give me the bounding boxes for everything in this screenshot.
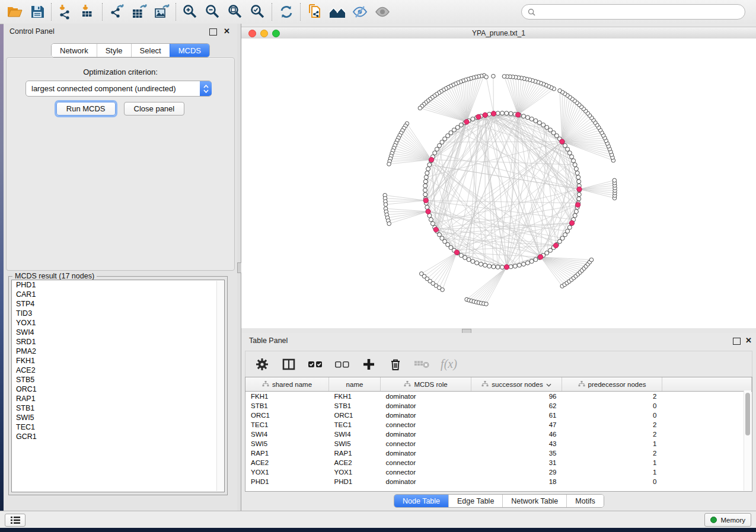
table-panel-title: Table Panel <box>249 336 288 345</box>
column-header-empty[interactable] <box>662 377 752 392</box>
mcds-result-item[interactable]: GCR1 <box>12 432 224 441</box>
mcds-result-item[interactable]: CAR1 <box>12 290 224 299</box>
memory-status-icon <box>710 517 717 523</box>
show-all-icon[interactable] <box>371 2 394 21</box>
mcds-result-item[interactable]: ORC1 <box>12 384 224 394</box>
criterion-dropdown[interactable]: largest connected component (undirected) <box>25 81 212 97</box>
tab-network[interactable]: Network <box>52 44 97 57</box>
zoom-selected-icon[interactable] <box>247 2 269 21</box>
mcds-result-item[interactable]: PHD1 <box>12 280 224 290</box>
network-graph[interactable] <box>241 39 756 328</box>
save-session-icon[interactable] <box>26 2 49 21</box>
add-column-icon[interactable] <box>361 356 377 373</box>
tab-edge-table[interactable]: Edge Table <box>448 495 502 507</box>
tab-node-table[interactable]: Node Table <box>394 495 448 507</box>
mcds-result-item[interactable]: RAP1 <box>12 394 224 403</box>
mcds-result-item[interactable]: ACE2 <box>12 366 224 375</box>
tab-network-table[interactable]: Network Table <box>502 495 566 507</box>
result-list-scrollbar[interactable] <box>216 281 224 491</box>
table-row[interactable]: SWI4 SWI4 dominator 46 2 <box>245 430 752 439</box>
table-row[interactable]: SWI5 SWI5 connector 43 1 <box>245 439 752 448</box>
refresh-layout-icon[interactable] <box>275 2 298 21</box>
mcds-result-item[interactable]: FKH1 <box>12 356 224 366</box>
table-panel-titlebar: Table Panel ✕ <box>241 333 756 348</box>
close-panel-button[interactable]: Close panel <box>124 102 185 116</box>
toolbar-separator <box>51 3 52 21</box>
column-header-name[interactable]: name <box>329 377 381 392</box>
control-panel-tabs: NetworkStyleSelectMCDS <box>51 43 210 57</box>
select-all-rows-icon[interactable] <box>307 356 324 373</box>
mcds-result-item[interactable]: STB5 <box>12 375 224 384</box>
run-mcds-button[interactable]: Run MCDS <box>56 102 116 116</box>
import-table-icon[interactable] <box>77 2 100 21</box>
new-network-from-selection-icon[interactable] <box>304 2 326 21</box>
network-window-titlebar[interactable]: YPA_prune.txt_1 <box>241 27 756 39</box>
mcds-tab-content: Optimization criterion: largest connecte… <box>6 57 235 271</box>
search-box[interactable] <box>521 4 745 20</box>
table-scrollbar[interactable] <box>744 390 751 491</box>
toolbar-separator <box>300 3 301 21</box>
task-history-button[interactable] <box>5 514 25 527</box>
column-header-shared-name[interactable]: shared name <box>245 377 329 392</box>
zoom-fit-icon[interactable] <box>224 2 247 21</box>
table-row[interactable]: YOX1 YOX1 connector 29 1 <box>245 467 752 477</box>
column-header-successor-nodes[interactable]: successor nodes <box>471 377 562 392</box>
vertical-splitter[interactable] <box>237 24 241 511</box>
column-header-MCDS-role[interactable]: MCDS role <box>381 377 471 392</box>
table-row[interactable]: STB1 STB1 dominator 62 0 <box>245 401 752 411</box>
list-icon <box>11 517 20 524</box>
memory-button[interactable]: Memory <box>704 513 751 527</box>
criterion-dropdown-value: largest connected component (undirected) <box>26 84 200 93</box>
delete-column-icon[interactable] <box>387 356 404 373</box>
split-panel-icon[interactable] <box>280 356 297 373</box>
deselect-all-rows-icon[interactable] <box>334 356 350 373</box>
open-file-icon[interactable] <box>4 2 26 21</box>
cytoscape-app: { "toolbar": { "icons": [ {"name":"open-… <box>0 0 756 532</box>
table-row[interactable]: RAP1 RAP1 dominator 35 2 <box>245 448 752 458</box>
import-network-icon[interactable] <box>55 2 77 21</box>
table-scrollbar-thumb[interactable] <box>745 393 750 435</box>
export-table-icon[interactable] <box>128 2 151 21</box>
mcds-result-item[interactable]: SWI5 <box>12 413 224 422</box>
close-panel-icon[interactable]: ✕ <box>224 27 230 36</box>
table-panel: Table Panel ✕ f(x) shared namenameMCDS r… <box>241 333 756 511</box>
mcds-result-item[interactable]: SWI4 <box>12 328 224 337</box>
tab-select[interactable]: Select <box>131 44 170 57</box>
mcds-result-item[interactable]: TID3 <box>12 309 224 318</box>
mcds-result-item[interactable]: SRD1 <box>12 337 224 347</box>
hide-selected-icon[interactable] <box>349 2 371 21</box>
mcds-result-item[interactable]: TEC1 <box>12 422 224 432</box>
mcds-result-item[interactable]: STB1 <box>12 403 224 413</box>
control-panel-title: Control Panel <box>9 27 55 36</box>
mcds-result-title: MCDS result (17 nodes) <box>12 272 97 280</box>
export-network-icon[interactable] <box>106 2 128 21</box>
table-row[interactable]: FKH1 FKH1 dominator 96 2 <box>245 392 752 402</box>
mcds-result-list[interactable]: PHD1CAR1STP4TID3YOX1SWI4SRD1PMA2FKH1ACE2… <box>11 280 225 492</box>
export-image-icon[interactable] <box>151 2 173 21</box>
float-panel-icon[interactable] <box>209 28 217 36</box>
sort-chevron-icon[interactable] <box>546 381 551 388</box>
zoom-out-icon[interactable] <box>202 2 224 21</box>
horizontal-splitter[interactable] <box>241 328 756 333</box>
table-row[interactable]: ORC1 ORC1 dominator 61 0 <box>245 411 752 420</box>
tab-style[interactable]: Style <box>97 44 131 57</box>
network-canvas[interactable] <box>241 39 756 328</box>
table-settings-gear-icon[interactable] <box>254 356 270 373</box>
column-header-predecessor-nodes[interactable]: predecessor nodes <box>562 377 662 392</box>
mcds-result-item[interactable]: STP4 <box>12 299 224 309</box>
first-neighbors-icon[interactable] <box>326 2 349 21</box>
table-float-panel-icon[interactable] <box>733 338 741 345</box>
table-row[interactable]: ACE2 ACE2 connector 31 1 <box>245 458 752 467</box>
tab-mcds[interactable]: MCDS <box>170 44 209 57</box>
mcds-result-item[interactable]: YOX1 <box>12 318 224 328</box>
toolbar-separator <box>102 3 103 21</box>
table-row[interactable]: TEC1 TEC1 connector 47 2 <box>245 420 752 430</box>
zoom-in-icon[interactable] <box>179 2 202 21</box>
search-input[interactable] <box>539 7 739 17</box>
memory-label: Memory <box>720 517 745 524</box>
table-close-panel-icon[interactable]: ✕ <box>745 336 752 345</box>
tab-motifs[interactable]: Motifs <box>566 495 603 507</box>
mcds-result-item[interactable]: PMA2 <box>12 347 224 356</box>
table-row[interactable]: PHD1 PHD1 dominator 18 0 <box>245 477 752 486</box>
dropdown-stepper-icon <box>200 81 212 96</box>
